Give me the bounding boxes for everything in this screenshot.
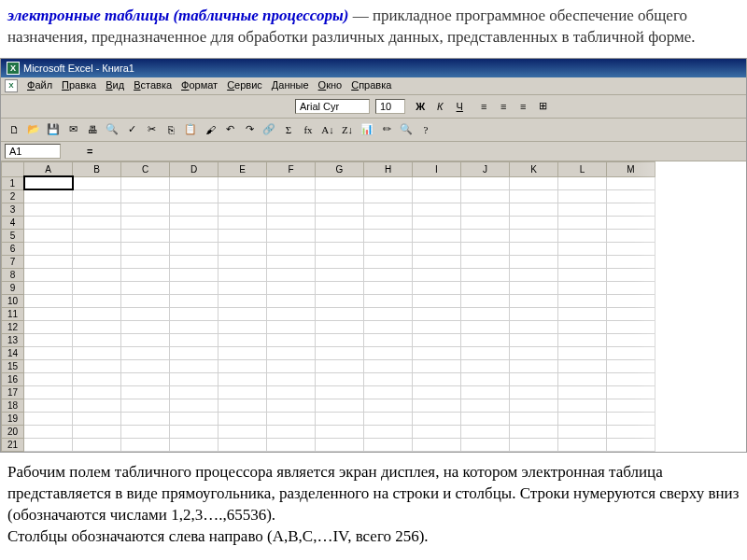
cell[interactable] [73,281,121,294]
row-header[interactable]: 13 [2,333,24,346]
row-header[interactable]: 8 [2,268,24,281]
cell[interactable] [73,359,121,372]
cell[interactable] [267,346,316,359]
cell[interactable] [607,189,655,203]
cell[interactable] [461,307,510,320]
cell[interactable] [24,359,73,372]
cell[interactable] [364,176,413,189]
cell[interactable] [510,294,558,307]
cell[interactable] [267,385,316,399]
cell[interactable] [316,385,364,399]
cell[interactable] [607,294,655,307]
cell[interactable] [607,176,655,189]
row-header[interactable]: 16 [2,372,24,385]
sum-icon[interactable]: Σ [279,120,298,139]
cell[interactable] [121,346,170,359]
cell[interactable] [510,203,558,216]
cell[interactable] [607,385,655,399]
cell[interactable] [121,268,170,281]
cell[interactable] [413,399,461,412]
cell[interactable] [364,216,413,229]
cell[interactable] [170,438,218,451]
cell[interactable] [121,372,170,385]
cell[interactable] [170,229,218,242]
cell[interactable] [364,203,413,216]
cell[interactable] [267,333,316,346]
cell[interactable] [73,346,121,359]
cell[interactable] [364,359,413,372]
cell[interactable] [413,372,461,385]
cell[interactable] [461,255,510,268]
row-header[interactable]: 15 [2,359,24,372]
undo-icon[interactable]: ↶ [220,120,239,139]
cell[interactable] [510,359,558,372]
cell[interactable] [461,412,510,425]
cell[interactable] [218,294,267,307]
cell[interactable] [24,281,73,294]
cell[interactable] [73,203,121,216]
cell[interactable] [121,425,170,438]
cell[interactable] [461,333,510,346]
cell[interactable] [121,281,170,294]
cell[interactable] [73,216,121,229]
cell[interactable] [607,307,655,320]
cell[interactable] [267,176,316,189]
cell[interactable] [267,189,316,203]
cell[interactable] [316,320,364,333]
cell[interactable] [607,242,655,255]
cell[interactable] [73,399,121,412]
menu-insert[interactable]: Вставка [134,79,172,92]
cell[interactable] [267,307,316,320]
col-header[interactable]: F [267,161,316,176]
cell[interactable] [607,399,655,412]
cell[interactable] [218,216,267,229]
cell[interactable] [364,268,413,281]
cell[interactable] [73,255,121,268]
col-header[interactable]: D [170,161,218,176]
cell[interactable] [607,320,655,333]
chart-icon[interactable]: 📊 [358,120,376,139]
cell[interactable] [364,372,413,385]
cell[interactable] [558,385,607,399]
cell[interactable] [316,281,364,294]
cell[interactable] [558,281,607,294]
italic-button[interactable]: К [430,97,449,116]
cell[interactable] [24,189,73,203]
cell[interactable] [121,255,170,268]
cell[interactable] [510,399,558,412]
cell[interactable] [24,229,73,242]
cell[interactable] [24,333,73,346]
cell[interactable] [461,399,510,412]
row-header[interactable]: 12 [2,320,24,333]
copy-icon[interactable]: ⎘ [162,120,180,139]
format-painter-icon[interactable]: 🖌 [201,120,219,139]
cell[interactable] [558,189,607,203]
cell[interactable] [316,229,364,242]
cell[interactable] [413,294,461,307]
cell[interactable] [121,333,170,346]
cell[interactable] [364,438,413,451]
cell[interactable] [218,385,267,399]
cell[interactable] [461,229,510,242]
cell[interactable] [218,333,267,346]
cell[interactable] [73,176,121,189]
row-header[interactable]: 9 [2,281,24,294]
cell[interactable] [121,176,170,189]
row-header[interactable]: 20 [2,425,24,438]
cell[interactable] [461,203,510,216]
cell[interactable] [218,399,267,412]
cell[interactable] [558,294,607,307]
cell[interactable] [364,189,413,203]
cell[interactable] [24,307,73,320]
row-header[interactable]: 21 [2,438,24,451]
cell[interactable] [558,255,607,268]
cell[interactable] [461,294,510,307]
cell[interactable] [73,333,121,346]
new-icon[interactable]: 🗋 [5,120,23,139]
cell[interactable] [316,372,364,385]
cell[interactable] [413,412,461,425]
row-header[interactable]: 5 [2,229,24,242]
cell[interactable] [510,268,558,281]
cell[interactable] [267,438,316,451]
cell[interactable] [364,346,413,359]
